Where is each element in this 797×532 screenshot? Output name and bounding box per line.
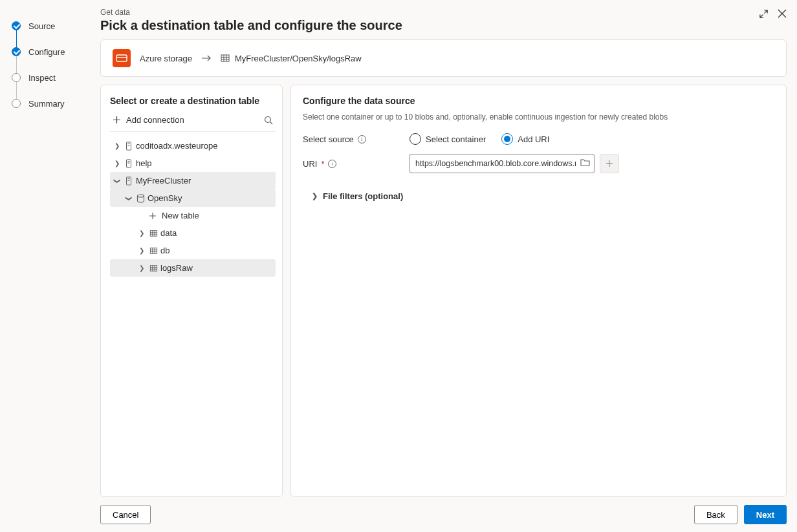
tree-database-opensky[interactable]: ❯ OpenSky — [110, 189, 276, 207]
chevron-right-icon: ❯ — [111, 160, 123, 167]
radio-select-container[interactable]: Select container — [409, 133, 486, 145]
chevron-right-icon: ❯ — [136, 264, 147, 271]
folder-icon[interactable] — [580, 158, 590, 167]
back-button[interactable]: Back — [694, 505, 737, 524]
svg-rect-23 — [150, 248, 157, 253]
close-icon[interactable] — [778, 9, 787, 19]
step-bullet-icon — [12, 47, 21, 56]
chevron-down-icon: ❯ — [114, 175, 121, 187]
step-label: Source — [28, 21, 55, 31]
page-title: Pick a destination table and configure t… — [100, 18, 402, 33]
wizard-steps: Source Configure Inspect Summary — [0, 0, 100, 532]
tree-cluster-myfreecluster[interactable]: ❯ MyFreeCluster — [110, 172, 276, 189]
radio-add-uri[interactable]: Add URI — [501, 133, 549, 145]
table-icon — [147, 264, 159, 272]
radio-label: Add URI — [518, 134, 549, 144]
cancel-button[interactable]: Cancel — [100, 505, 151, 524]
source-label: Azure storage — [140, 54, 192, 63]
destination-tree: ❯ coditoadx.westeurope ❯ help ❯ — [110, 137, 276, 277]
svg-rect-8 — [127, 142, 131, 149]
svg-rect-28 — [150, 265, 157, 271]
database-icon — [135, 194, 146, 203]
tree-label: logsRaw — [159, 263, 193, 273]
configure-source-panel: Configure the data source Select one con… — [290, 85, 787, 497]
destination-path-text: MyFreeCluster/OpenSky/logsRaw — [235, 54, 362, 63]
svg-rect-0 — [116, 55, 127, 61]
table-icon — [147, 247, 159, 255]
chevron-right-icon: ❯ — [136, 229, 147, 237]
next-button[interactable]: Next — [744, 505, 787, 524]
configure-panel-title: Configure the data source — [303, 96, 774, 106]
destination-path: MyFreeCluster/OpenSky/logsRaw — [221, 54, 362, 63]
step-bullet-icon — [12, 99, 21, 108]
configure-panel-subtitle: Select one container or up to 10 blobs a… — [303, 112, 774, 122]
table-icon — [221, 54, 230, 63]
tree-table-data[interactable]: ❯ data — [110, 224, 276, 242]
tree-table-logsraw[interactable]: ❯ logsRaw — [110, 259, 276, 277]
search-icon[interactable] — [264, 116, 273, 125]
step-label: Summary — [28, 99, 65, 109]
new-table-label: New table — [157, 211, 199, 220]
tree-label: help — [135, 158, 152, 168]
destination-panel: Select or create a destination table Add… — [100, 85, 283, 497]
source-dest-banner: Azure storage MyFreeCluster/OpenSky/logs… — [100, 39, 787, 77]
add-uri-button[interactable] — [600, 154, 619, 173]
tree-label: coditoadx.westeurope — [135, 141, 217, 151]
svg-point-7 — [265, 116, 271, 122]
step-label: Inspect — [28, 73, 56, 83]
chevron-right-icon: ❯ — [136, 247, 147, 254]
cluster-icon — [123, 176, 135, 186]
tree-label: db — [159, 246, 169, 255]
file-filters-expander[interactable]: ❯ File filters (optional) — [312, 191, 774, 201]
arrow-icon — [201, 54, 212, 62]
select-source-label: Select source — [303, 134, 354, 144]
step-bullet-icon — [12, 21, 21, 30]
tree-cluster-help[interactable]: ❯ help — [110, 154, 276, 172]
new-table-button[interactable]: New table — [110, 207, 276, 224]
chevron-down-icon: ❯ — [126, 193, 133, 204]
chevron-right-icon: ❯ — [312, 192, 318, 200]
tree-label: OpenSky — [146, 193, 182, 203]
cluster-icon — [123, 142, 135, 151]
required-asterisk: * — [321, 159, 324, 169]
chevron-right-icon: ❯ — [111, 142, 123, 149]
tree-cluster-coditoadx[interactable]: ❯ coditoadx.westeurope — [110, 137, 276, 154]
uri-label: URI — [303, 159, 317, 169]
expand-icon[interactable] — [759, 9, 769, 19]
tree-label: MyFreeCluster — [135, 176, 191, 186]
svg-rect-14 — [127, 176, 131, 184]
tree-label: data — [159, 228, 177, 238]
step-label: Configure — [28, 47, 65, 57]
cluster-icon — [123, 159, 135, 168]
destination-panel-title: Select or create a destination table — [110, 96, 276, 106]
table-icon — [147, 229, 159, 237]
file-filters-label: File filters (optional) — [323, 191, 403, 201]
uri-input[interactable] — [409, 154, 595, 173]
svg-rect-2 — [221, 55, 229, 61]
main-content: Get data Pick a destination table and co… — [100, 0, 797, 532]
svg-rect-18 — [150, 230, 157, 236]
breadcrumb: Get data — [100, 8, 402, 17]
svg-rect-11 — [127, 159, 131, 167]
tree-table-db[interactable]: ❯ db — [110, 242, 276, 259]
step-configure[interactable]: Configure — [12, 39, 94, 65]
info-icon[interactable]: i — [328, 160, 336, 168]
step-summary[interactable]: Summary — [12, 90, 94, 116]
page-header: Get data Pick a destination table and co… — [100, 8, 787, 33]
svg-point-17 — [137, 195, 144, 197]
step-source[interactable]: Source — [12, 13, 94, 39]
radio-label: Select container — [426, 134, 486, 144]
add-connection-label: Add connection — [126, 115, 184, 125]
step-bullet-icon — [12, 73, 21, 82]
footer: Cancel Back Next — [100, 497, 787, 524]
add-connection-button[interactable]: Add connection — [113, 115, 184, 125]
info-icon[interactable]: i — [358, 135, 366, 144]
step-inspect[interactable]: Inspect — [12, 65, 94, 90]
select-source-radio-group: Select container Add URI — [409, 133, 549, 145]
azure-storage-icon — [113, 49, 131, 67]
